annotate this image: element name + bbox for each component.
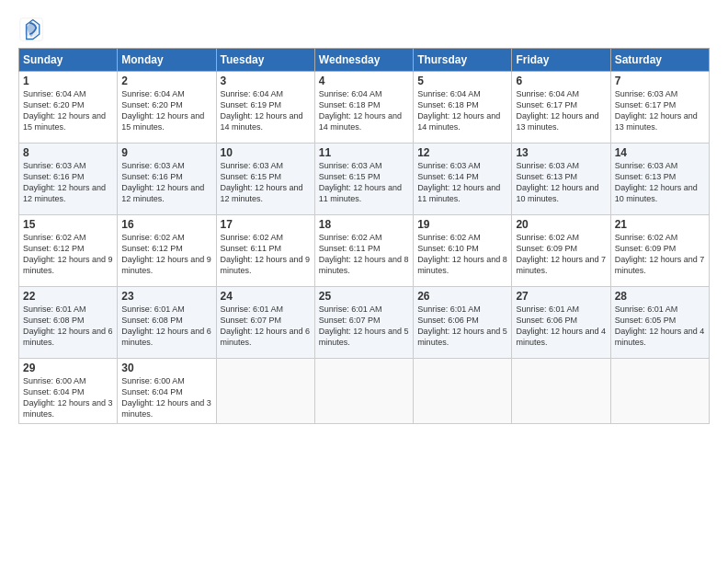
day-info: Sunrise: 6:03 AM Sunset: 6:16 PM Dayligh… (121, 160, 211, 205)
calendar-cell: 2 Sunrise: 6:04 AM Sunset: 6:20 PM Dayli… (118, 72, 216, 144)
weekday-header: Sunday (19, 49, 118, 72)
calendar-cell (610, 359, 709, 424)
day-number: 19 (417, 218, 507, 231)
calendar-table: SundayMondayTuesdayWednesdayThursdayFrid… (18, 48, 710, 424)
calendar-cell: 4 Sunrise: 6:04 AM Sunset: 6:18 PM Dayli… (314, 72, 413, 144)
day-info: Sunrise: 6:04 AM Sunset: 6:18 PM Dayligh… (319, 88, 409, 133)
day-number: 2 (121, 75, 211, 87)
day-number: 15 (23, 218, 113, 231)
day-info: Sunrise: 6:03 AM Sunset: 6:16 PM Dayligh… (23, 160, 113, 205)
calendar-cell: 20 Sunrise: 6:02 AM Sunset: 6:09 PM Dayl… (512, 215, 610, 287)
day-info: Sunrise: 6:01 AM Sunset: 6:07 PM Dayligh… (319, 304, 409, 349)
day-number: 27 (516, 290, 606, 303)
day-number: 22 (23, 290, 113, 303)
day-info: Sunrise: 6:03 AM Sunset: 6:15 PM Dayligh… (319, 160, 409, 205)
day-number: 30 (121, 362, 211, 374)
calendar-cell (314, 359, 413, 424)
calendar-cell: 18 Sunrise: 6:02 AM Sunset: 6:11 PM Dayl… (314, 215, 413, 287)
calendar-cell: 16 Sunrise: 6:02 AM Sunset: 6:12 PM Dayl… (118, 215, 216, 287)
weekday-header: Tuesday (216, 49, 314, 72)
day-info: Sunrise: 6:03 AM Sunset: 6:13 PM Dayligh… (615, 160, 705, 205)
day-info: Sunrise: 6:04 AM Sunset: 6:17 PM Dayligh… (516, 88, 606, 133)
day-info: Sunrise: 6:02 AM Sunset: 6:12 PM Dayligh… (23, 232, 113, 277)
calendar-cell: 10 Sunrise: 6:03 AM Sunset: 6:15 PM Dayl… (216, 144, 314, 215)
day-number: 9 (121, 146, 211, 159)
day-info: Sunrise: 6:01 AM Sunset: 6:06 PM Dayligh… (516, 304, 606, 349)
day-number: 4 (319, 75, 409, 87)
day-info: Sunrise: 6:02 AM Sunset: 6:12 PM Dayligh… (121, 232, 211, 277)
day-info: Sunrise: 6:01 AM Sunset: 6:05 PM Dayligh… (615, 304, 705, 349)
day-number: 20 (516, 218, 606, 231)
weekday-header: Friday (512, 49, 610, 72)
day-number: 11 (319, 146, 409, 159)
day-number: 17 (221, 218, 311, 231)
calendar-cell (414, 359, 512, 424)
day-number: 25 (319, 290, 409, 303)
day-number: 12 (417, 146, 507, 159)
weekday-header: Monday (118, 49, 216, 72)
day-info: Sunrise: 6:00 AM Sunset: 6:04 PM Dayligh… (23, 375, 113, 420)
calendar-cell: 22 Sunrise: 6:01 AM Sunset: 6:08 PM Dayl… (19, 287, 118, 359)
day-number: 1 (23, 75, 113, 87)
calendar-cell: 17 Sunrise: 6:02 AM Sunset: 6:11 PM Dayl… (216, 215, 314, 287)
calendar-cell: 7 Sunrise: 6:03 AM Sunset: 6:17 PM Dayli… (610, 72, 709, 144)
calendar-cell: 28 Sunrise: 6:01 AM Sunset: 6:05 PM Dayl… (610, 287, 709, 359)
day-info: Sunrise: 6:02 AM Sunset: 6:11 PM Dayligh… (319, 232, 409, 277)
day-number: 14 (615, 146, 705, 159)
calendar-cell (512, 359, 610, 424)
day-info: Sunrise: 6:03 AM Sunset: 6:17 PM Dayligh… (615, 88, 705, 133)
day-number: 10 (221, 146, 311, 159)
day-info: Sunrise: 6:04 AM Sunset: 6:20 PM Dayligh… (23, 88, 113, 133)
calendar-cell: 1 Sunrise: 6:04 AM Sunset: 6:20 PM Dayli… (19, 72, 118, 144)
day-info: Sunrise: 6:04 AM Sunset: 6:18 PM Dayligh… (417, 88, 507, 133)
day-number: 28 (615, 290, 705, 303)
weekday-header: Wednesday (314, 49, 413, 72)
day-number: 29 (23, 362, 113, 374)
calendar-cell: 19 Sunrise: 6:02 AM Sunset: 6:10 PM Dayl… (414, 215, 512, 287)
logo (18, 17, 48, 42)
calendar-cell: 30 Sunrise: 6:00 AM Sunset: 6:04 PM Dayl… (118, 359, 216, 424)
day-number: 3 (221, 75, 311, 87)
calendar-cell: 14 Sunrise: 6:03 AM Sunset: 6:13 PM Dayl… (610, 144, 709, 215)
day-info: Sunrise: 6:02 AM Sunset: 6:10 PM Dayligh… (417, 232, 507, 277)
calendar-cell: 5 Sunrise: 6:04 AM Sunset: 6:18 PM Dayli… (414, 72, 512, 144)
calendar-cell: 26 Sunrise: 6:01 AM Sunset: 6:06 PM Dayl… (414, 287, 512, 359)
calendar-cell: 13 Sunrise: 6:03 AM Sunset: 6:13 PM Dayl… (512, 144, 610, 215)
day-number: 21 (615, 218, 705, 231)
day-info: Sunrise: 6:00 AM Sunset: 6:04 PM Dayligh… (121, 375, 211, 420)
weekday-header: Saturday (610, 49, 709, 72)
day-info: Sunrise: 6:01 AM Sunset: 6:08 PM Dayligh… (121, 304, 211, 349)
calendar-cell (216, 359, 314, 424)
weekday-header: Thursday (414, 49, 512, 72)
day-info: Sunrise: 6:02 AM Sunset: 6:11 PM Dayligh… (221, 232, 311, 277)
day-info: Sunrise: 6:01 AM Sunset: 6:06 PM Dayligh… (417, 304, 507, 349)
day-number: 18 (319, 218, 409, 231)
day-number: 16 (121, 218, 211, 231)
calendar-cell: 9 Sunrise: 6:03 AM Sunset: 6:16 PM Dayli… (118, 144, 216, 215)
calendar-cell: 25 Sunrise: 6:01 AM Sunset: 6:07 PM Dayl… (314, 287, 413, 359)
day-info: Sunrise: 6:04 AM Sunset: 6:19 PM Dayligh… (221, 88, 311, 133)
day-info: Sunrise: 6:01 AM Sunset: 6:08 PM Dayligh… (23, 304, 113, 349)
day-number: 13 (516, 146, 606, 159)
day-number: 7 (615, 75, 705, 87)
day-number: 8 (23, 146, 113, 159)
calendar-cell: 29 Sunrise: 6:00 AM Sunset: 6:04 PM Dayl… (19, 359, 118, 424)
day-info: Sunrise: 6:02 AM Sunset: 6:09 PM Dayligh… (615, 232, 705, 277)
day-number: 24 (221, 290, 311, 303)
day-info: Sunrise: 6:01 AM Sunset: 6:07 PM Dayligh… (221, 304, 311, 349)
calendar-cell: 15 Sunrise: 6:02 AM Sunset: 6:12 PM Dayl… (19, 215, 118, 287)
calendar-cell: 11 Sunrise: 6:03 AM Sunset: 6:15 PM Dayl… (314, 144, 413, 215)
calendar-cell: 8 Sunrise: 6:03 AM Sunset: 6:16 PM Dayli… (19, 144, 118, 215)
day-info: Sunrise: 6:03 AM Sunset: 6:15 PM Dayligh… (221, 160, 311, 205)
calendar-cell: 3 Sunrise: 6:04 AM Sunset: 6:19 PM Dayli… (216, 72, 314, 144)
day-number: 23 (121, 290, 211, 303)
day-number: 6 (516, 75, 606, 87)
calendar-cell: 21 Sunrise: 6:02 AM Sunset: 6:09 PM Dayl… (610, 215, 709, 287)
calendar-cell: 6 Sunrise: 6:04 AM Sunset: 6:17 PM Dayli… (512, 72, 610, 144)
calendar-cell: 27 Sunrise: 6:01 AM Sunset: 6:06 PM Dayl… (512, 287, 610, 359)
day-info: Sunrise: 6:03 AM Sunset: 6:14 PM Dayligh… (417, 160, 507, 205)
day-info: Sunrise: 6:03 AM Sunset: 6:13 PM Dayligh… (516, 160, 606, 205)
calendar-cell: 23 Sunrise: 6:01 AM Sunset: 6:08 PM Dayl… (118, 287, 216, 359)
day-info: Sunrise: 6:04 AM Sunset: 6:20 PM Dayligh… (121, 88, 211, 133)
day-info: Sunrise: 6:02 AM Sunset: 6:09 PM Dayligh… (516, 232, 606, 277)
